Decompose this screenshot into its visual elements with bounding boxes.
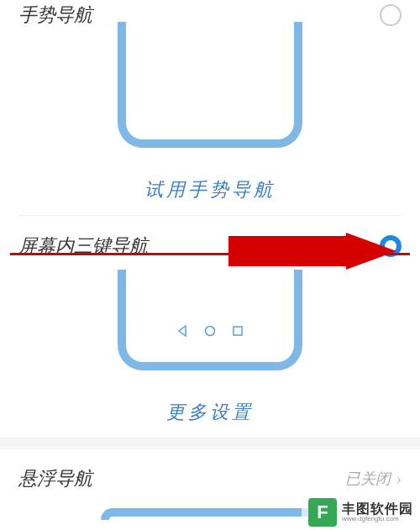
three-key-nav-row[interactable]: 屏幕内三键导航 [18, 231, 402, 261]
watermark-name: 丰图软件园 [342, 502, 413, 516]
watermark: F 丰图软件园 www.dgfengtu.com [302, 495, 420, 530]
three-key-nav-label: 屏幕内三键导航 [18, 234, 148, 259]
recent-square-icon [232, 325, 244, 337]
watermark-url: www.dgfengtu.com [342, 516, 413, 522]
try-gesture-link[interactable]: 试用手势导航 [0, 165, 420, 215]
gesture-phone-preview [118, 39, 302, 148]
watermark-logo-icon: F [308, 498, 337, 527]
radio-checked-icon[interactable] [380, 235, 402, 257]
gesture-nav-label: 手势导航 [18, 3, 92, 28]
radio-unchecked-icon[interactable] [380, 4, 402, 26]
more-settings-link[interactable]: 更多设置 [0, 387, 420, 438]
three-key-phone-preview [118, 270, 302, 370]
section-gap [0, 438, 420, 449]
floating-nav-status: 已关闭 › [345, 469, 402, 489]
svg-rect-1 [234, 327, 242, 335]
chevron-right-icon: › [396, 470, 402, 489]
svg-point-0 [205, 327, 214, 336]
back-triangle-icon [176, 325, 188, 337]
floating-nav-label: 悬浮导航 [18, 466, 92, 491]
home-circle-icon [204, 325, 216, 337]
